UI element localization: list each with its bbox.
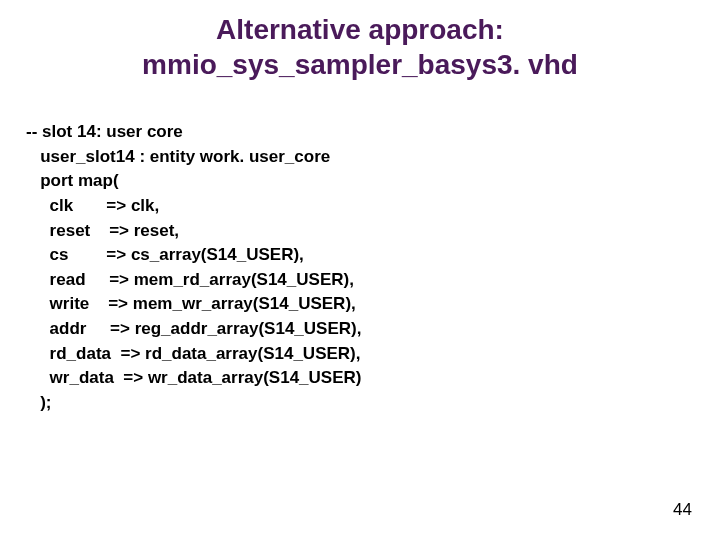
code-line: ); — [26, 391, 720, 416]
code-line: read => mem_rd_array(S14_USER), — [26, 268, 720, 293]
code-block: -- slot 14: user core user_slot14 : enti… — [0, 102, 720, 416]
title-line-1: Alternative approach: — [0, 12, 720, 47]
slide-title: Alternative approach: mmio_sys_sampler_b… — [0, 0, 720, 102]
code-line: reset => reset, — [26, 219, 720, 244]
code-line: write => mem_wr_array(S14_USER), — [26, 292, 720, 317]
code-line: wr_data => wr_data_array(S14_USER) — [26, 366, 720, 391]
code-line: clk => clk, — [26, 194, 720, 219]
code-line: port map( — [26, 169, 720, 194]
code-line: cs => cs_array(S14_USER), — [26, 243, 720, 268]
code-line: rd_data => rd_data_array(S14_USER), — [26, 342, 720, 367]
page-number: 44 — [673, 500, 692, 520]
code-line: user_slot14 : entity work. user_core — [26, 145, 720, 170]
code-line: -- slot 14: user core — [26, 120, 720, 145]
code-line: addr => reg_addr_array(S14_USER), — [26, 317, 720, 342]
title-line-2: mmio_sys_sampler_basys3. vhd — [0, 47, 720, 82]
